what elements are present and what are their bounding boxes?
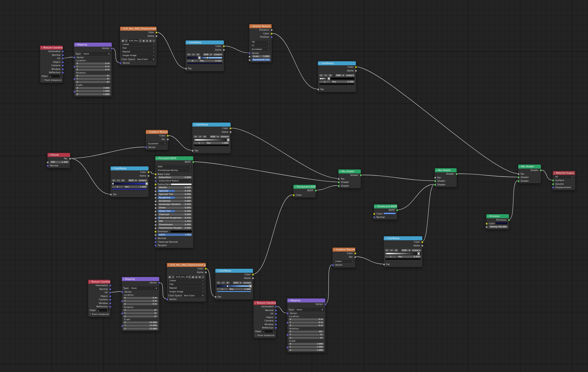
slider-specular[interactable]: Specular0.500 (158, 190, 192, 192)
object-field[interactable]: ▫╲ (49, 75, 62, 78)
dropdown-3D[interactable]: 3D▾ (251, 41, 270, 44)
output-socket-camera[interactable] (62, 64, 64, 67)
color-mode-dropdown[interactable]: RGB▾ (233, 282, 242, 284)
slider-loc[interactable]: Y0 m (75, 66, 111, 68)
slider-metallic[interactable]: Metallic0.000 (158, 186, 192, 189)
output-socket-normal[interactable] (62, 54, 64, 56)
ramp-handle[interactable] (146, 183, 148, 185)
input-socket-randomness[interactable] (248, 59, 251, 61)
row-sheen_tint[interactable]: Sheen Tint0.500 (155, 210, 193, 213)
image-browse-dropdown[interactable]: ▾ (172, 275, 175, 279)
dropdown-Flat[interactable]: Flat▾ (168, 283, 205, 286)
node-header[interactable]: ▾ColorRamp (318, 61, 356, 65)
dropdown-F1[interactable]: F1▾ (251, 44, 270, 47)
row-slider[interactable]: Z1.000 (287, 349, 325, 352)
output-socket-camera[interactable] (109, 298, 111, 301)
input-socket-tangent[interactable] (154, 244, 157, 247)
interpolation-dropdown[interactable]: Linear▾ (213, 53, 223, 56)
color-ramp-bar[interactable] (217, 285, 251, 287)
row-check[interactable]: From Instancer (254, 334, 276, 337)
output-socket-color[interactable] (229, 127, 232, 130)
output-socket-fac[interactable] (167, 138, 169, 141)
input-socket-fac[interactable] (110, 193, 112, 196)
node-header[interactable]: ▾ColorRamp (384, 236, 422, 240)
output-socket-reflection[interactable] (275, 327, 277, 329)
node-cr5[interactable]: ▾ColorRampColorAlpha+−▾RGB▾Linear▾1Pos1.… (215, 268, 253, 300)
output-socket-shader[interactable] (360, 174, 362, 177)
node-ms3[interactable]: ▾Mix ShaderShaderFacShaderShader (518, 164, 541, 184)
object-field[interactable]: ▫╲ (262, 330, 275, 333)
slider-rot[interactable]: Y0° (123, 312, 158, 314)
input-socket-rot[interactable] (121, 312, 123, 315)
row-slider[interactable]: X7.000 (74, 87, 112, 90)
row-dropdown_labeled[interactable]: Type:Point▾ (287, 308, 325, 312)
output-socket-uv[interactable] (109, 291, 111, 294)
node-tc1[interactable]: ▾Texture CoordinateGeneratedNormalUVObje… (40, 45, 63, 83)
row-check[interactable]: From Instancer (40, 78, 63, 82)
output-socket-color[interactable] (354, 252, 356, 255)
fake-user-button[interactable]: ▣ (142, 39, 145, 42)
row-dropdown[interactable]: 3D▾ (249, 40, 272, 44)
input-socket-fac[interactable] (383, 263, 385, 266)
node-header[interactable]: ▾Translucent BSDF (374, 204, 397, 208)
row-ior[interactable]: IOR1.450 (47, 161, 70, 164)
input-socket-vector[interactable] (119, 62, 122, 64)
color-swatch[interactable] (112, 188, 147, 190)
row-specular[interactable]: Specular0.500 (155, 189, 193, 193)
output-socket-color[interactable] (205, 268, 207, 270)
output-socket-color[interactable] (355, 66, 357, 68)
stop-index-field[interactable]: 1 (217, 288, 228, 290)
input-socket-s2[interactable] (517, 180, 520, 182)
row-controls[interactable]: +−▾RGB▾Linear▾ (192, 135, 231, 139)
color-swatch[interactable] (319, 83, 354, 85)
input-socket-vector[interactable] (145, 146, 147, 149)
input-socket-vector[interactable] (332, 264, 334, 266)
slider-X[interactable]: X0 m (75, 63, 111, 65)
output-socket-window[interactable] (109, 302, 111, 305)
input-socket-vector_in[interactable] (73, 56, 76, 59)
node-cr4[interactable]: ▾ColorRampColorAlpha+−▾RGB▾Linear▾1Pos1.… (110, 166, 149, 197)
row-strength[interactable]: Streng700.000 (486, 225, 509, 229)
dropdown-Non-Color[interactable]: Non-Color▾ (136, 58, 155, 61)
row-scale[interactable]: Scale3.000 (249, 55, 272, 58)
slider-loc[interactable]: Y0 m (123, 300, 158, 302)
row-ior[interactable]: IOR1.450 (155, 220, 193, 223)
output-socket-emission[interactable] (508, 219, 510, 221)
node-header[interactable]: ▾Mix Shader (518, 165, 541, 169)
add-stop-button[interactable]: + (319, 74, 323, 77)
output-socket-bsdf[interactable] (315, 189, 317, 192)
dropdown-Linear[interactable]: Linear▾ (334, 260, 354, 263)
row-slider[interactable]: X0 m (74, 62, 112, 65)
row-controls[interactable]: +−▾RGB▾Linear▾ (318, 74, 356, 77)
node-header[interactable]: ▾Scifi_Hex_Wall_Displacement.jpg.002 (120, 27, 156, 31)
input-socket-surface[interactable] (552, 179, 554, 182)
input-socket-s1[interactable] (434, 180, 436, 182)
row-slider[interactable]: Z0° (122, 315, 159, 318)
node-header[interactable]: ▾Gradient Texture (333, 248, 355, 252)
row-clearcoat_roughness[interactable]: Clearcoat Roughness0.030 (155, 216, 193, 220)
row-dropdown[interactable]: Linear▾ (120, 43, 156, 47)
row-slider[interactable]: Z0° (74, 81, 112, 84)
input-socket-fac[interactable] (317, 88, 319, 91)
ramp-handle[interactable] (250, 285, 251, 287)
node-header[interactable]: ▾Mapping (122, 277, 159, 281)
input-socket-transmission[interactable] (154, 224, 157, 226)
node-header[interactable]: ▾ColorRamp (186, 40, 224, 44)
slider-clearcoat_roughness[interactable]: Clearcoat Roughness0.030 (158, 217, 192, 219)
row-dropdown[interactable]: Christensen-Burley▾ (155, 169, 193, 173)
color-ramp-bar[interactable] (187, 57, 222, 59)
row-sheen[interactable]: Sheen0.000 (155, 206, 193, 210)
node-gt2[interactable]: ▾Gradient TextureColorFacLinear▾Vector (332, 247, 356, 268)
output-socket-color[interactable] (167, 135, 169, 137)
dropdown-Repeat[interactable]: Repeat▾ (168, 287, 205, 290)
stop-position-field[interactable]: Pos0.260 (331, 81, 355, 83)
row-image[interactable]: ▦▾Scifi_Hex_...2▣▥▤× (120, 39, 156, 43)
node-header[interactable]: ▾Principled BSDF (155, 156, 193, 160)
row-ramp[interactable] (192, 139, 231, 142)
output-socket-color[interactable] (421, 241, 424, 243)
input-socket-scale[interactable] (73, 90, 76, 93)
interpolation-dropdown[interactable]: Linear▾ (220, 135, 229, 138)
row-dropdown[interactable]: Linear▾ (333, 260, 355, 263)
output-socket-vector_out[interactable] (324, 303, 326, 306)
row-dropdown[interactable]: All▾ (553, 175, 575, 179)
